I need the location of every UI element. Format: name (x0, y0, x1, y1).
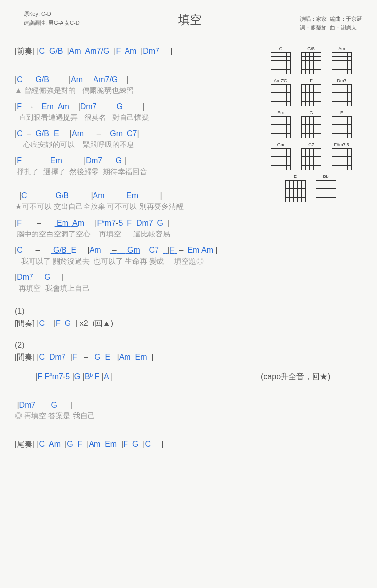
coda-chords: |Dm7 G | (15, 401, 251, 410)
interlude-2-num: (2) (15, 341, 251, 350)
verse-lyrics-1: 直到眼看遭遇捉弄 很莫名 對自己懷疑 (15, 113, 251, 122)
chorus-chords-1: |F – Em Am |F#m7-5 F Dm7 G | (15, 218, 251, 228)
chord-diagram-Dm7: Dm7 (330, 78, 353, 106)
interlude-2-line2: |F F#m7-5 |G |Bb F |A | (35, 372, 113, 382)
intro-line: [前奏] |C G/B |Am Am7/G |F Am |Dm7 | (15, 46, 251, 57)
chorus-lyrics-2: 我可以了 關於沒過去 也可以了 生命再 變成 填空題◎ (15, 257, 251, 266)
chord-diagram-G: G (299, 110, 323, 138)
chord-diagram-F: F (299, 78, 323, 106)
chord-diagrams-panel: CG/BAmAm7/GFDm7EmGEGmC7F#m7-5EBb (269, 46, 367, 206)
chord-diagram-C: C (269, 46, 292, 74)
lyricist: 詞：廖瑩如 (300, 25, 327, 30)
chord-diagram-E: E (283, 174, 307, 202)
singer: 演唱：家家 (300, 16, 327, 22)
chord-diagram-Em: Em (269, 110, 292, 138)
chorus-lyrics-3: 再填空 我會填上自己 (15, 284, 251, 293)
chord-diagram-Am7G: Am7/G (269, 78, 292, 106)
chorus-lyrics-0: ★可不可以 交出自己全放棄 可不可以 別再要多清醒 (15, 202, 251, 211)
chorus-lyrics-1: 腦中的空白空洞了空心 再填空 還比較容易 (15, 230, 251, 239)
chord-sheet-body: [前奏] |C G/B |Am Am7/G |F Am |Dm7 | |C G/… (15, 46, 251, 450)
composer: 曲：謝廣太 (330, 25, 357, 30)
chorus-chords-3: |Dm7 G | (15, 273, 251, 282)
verse-lyrics-3: 掙扎了 選擇了 然後歸零 期待幸福回音 (15, 167, 251, 176)
verse-chords-3: |F Em |Dm7 G | (15, 156, 251, 165)
chord-diagram-E: E (330, 110, 353, 138)
interlude-1-line: [間奏] |C |F G | x2 (回▲) (15, 319, 251, 329)
chord-diagram-Am: Am (330, 46, 353, 74)
chord-diagram-Bb: Bb (314, 174, 338, 202)
chorus-chords-0: |C G/B |Am Em | (15, 191, 251, 200)
chord-diagram-Gm: Gm (269, 142, 292, 170)
outro-line: [尾奏] |C Am |G F |Am Em |F G |C | (15, 440, 251, 450)
capo-note: (capo升全音，回★) (261, 372, 359, 382)
interlude-2-line1: [間奏] |C Dm7 |F – G E |Am Em | (15, 353, 251, 363)
verse-chords-1: |F - Em Am |Dm7 G | (15, 102, 251, 111)
interlude-1-num: (1) (15, 307, 251, 316)
meta-right-block: 演唱：家家 編曲：于京延 詞：廖瑩如 曲：謝廣太 (300, 15, 362, 32)
chord-diagram-C7: C7 (299, 142, 323, 170)
chorus-chords-2: |C – G/B E |Am – Gm C7 |F – Em Am | (15, 246, 251, 255)
verse-chords-0: |C G/B |Am Am7/G | (15, 75, 251, 84)
verse-lyrics-2: 心底安靜的可以 緊跟呼吸的不息 (15, 140, 251, 149)
verse-lyrics-0: ▲ 曾經倔強是對的 偶爾脆弱也練習 (15, 86, 251, 95)
coda-lyrics: ◎ 再填空 答案是 我自己 (15, 412, 251, 421)
verse-chords-2: |C – G/B E |Am – Gm C7| (15, 129, 251, 138)
chord-diagram-GB: G/B (299, 46, 323, 74)
arranger: 編曲：于京延 (330, 16, 362, 22)
chord-diagram-Fm7-5: F#m7-5 (330, 142, 353, 170)
